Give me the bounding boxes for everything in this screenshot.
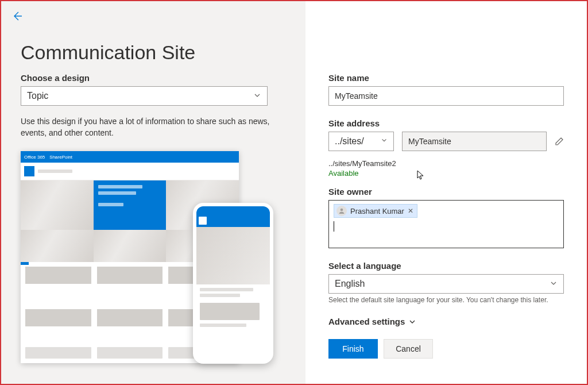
text-caret <box>334 221 334 232</box>
page-title: Communication Site <box>21 41 286 64</box>
preview-mobile <box>193 203 273 364</box>
pencil-icon <box>555 137 564 146</box>
back-button[interactable] <box>11 10 23 22</box>
form-panel: Site name Site address ../sites/ MyTeams… <box>305 1 587 384</box>
avatar-icon <box>336 206 347 216</box>
language-select[interactable]: English <box>328 274 564 294</box>
chevron-down-icon <box>408 318 416 326</box>
resolved-path: ../sites/MyTeamsite2 <box>328 159 564 168</box>
owner-name: Prashant Kumar <box>350 207 404 215</box>
site-owner-picker[interactable]: Prashant Kumar ✕ <box>328 200 564 248</box>
edit-address-button[interactable] <box>555 137 564 146</box>
owner-chip: Prashant Kumar ✕ <box>334 204 417 218</box>
site-name-input[interactable] <box>328 86 564 106</box>
design-panel: Communication Site Choose a design Topic… <box>1 1 305 384</box>
site-address-value: MyTeamsite <box>402 132 547 151</box>
arrow-left-icon <box>11 10 23 22</box>
svg-point-0 <box>341 209 343 211</box>
design-description: Use this design if you have a lot of inf… <box>21 116 286 138</box>
site-address-label: Site address <box>328 118 564 128</box>
language-label: Select a language <box>328 261 564 271</box>
chevron-down-icon <box>253 91 261 99</box>
design-selected-value: Topic <box>27 91 48 101</box>
availability-status: Available <box>328 169 564 178</box>
site-address-prefix-value: ../sites/ <box>335 136 364 147</box>
chevron-down-icon <box>550 279 558 287</box>
preview-brand: Office 365 <box>24 155 45 160</box>
advanced-settings-label: Advanced settings <box>328 317 405 326</box>
remove-owner-button[interactable]: ✕ <box>408 207 413 215</box>
preview-app: SharePoint <box>49 155 72 160</box>
design-select[interactable]: Topic <box>21 86 268 106</box>
site-address-prefix-select[interactable]: ../sites/ <box>328 132 394 151</box>
site-name-label: Site name <box>328 73 564 83</box>
chevron-down-icon <box>381 137 388 144</box>
finish-button[interactable]: Finish <box>328 339 378 359</box>
site-owner-label: Site owner <box>328 187 564 197</box>
language-selected-value: English <box>335 279 365 289</box>
advanced-settings-toggle[interactable]: Advanced settings <box>328 317 564 326</box>
design-label: Choose a design <box>21 73 286 83</box>
language-help-text: Select the default site language for you… <box>328 296 564 304</box>
cancel-button[interactable]: Cancel <box>384 339 433 359</box>
design-preview: Office 365 SharePoint <box>21 151 273 369</box>
